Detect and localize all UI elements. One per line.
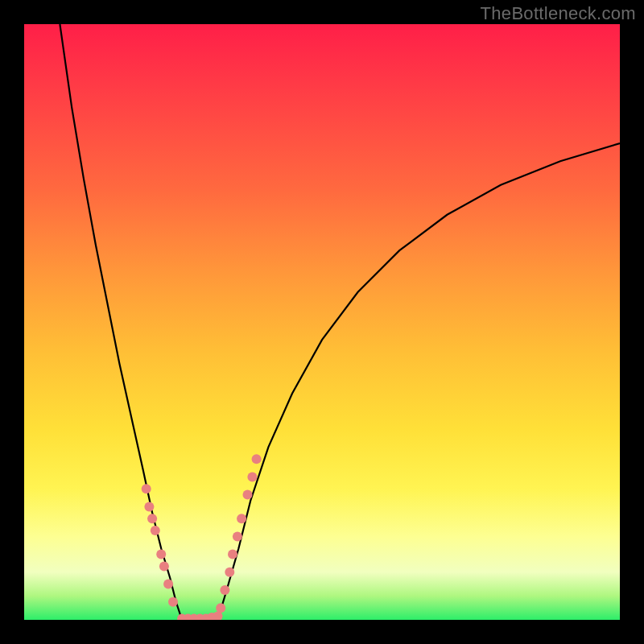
data-marker <box>144 502 154 511</box>
data-marker <box>237 514 246 523</box>
data-marker <box>228 550 237 559</box>
data-marker <box>247 472 257 481</box>
curve-group <box>60 24 620 620</box>
data-marker <box>225 568 234 577</box>
data-marker <box>151 526 160 535</box>
data-marker <box>243 490 253 500</box>
data-marker <box>220 585 229 595</box>
data-marker <box>216 603 225 613</box>
data-marker <box>163 580 173 589</box>
data-marker <box>252 454 262 464</box>
data-marker <box>233 531 242 541</box>
data-marker <box>147 514 157 523</box>
data-marker <box>142 484 151 493</box>
chart-frame: TheBottleneck.com <box>0 0 644 644</box>
chart-svg <box>24 24 620 620</box>
plot-area <box>24 24 620 620</box>
curve-path-left <box>60 24 182 620</box>
data-marker <box>159 561 169 571</box>
watermark-text: TheBottleneck.com <box>481 3 636 24</box>
markers-group <box>142 454 262 620</box>
data-marker <box>168 597 178 607</box>
data-marker <box>156 550 166 559</box>
curve-path-right <box>218 143 621 620</box>
